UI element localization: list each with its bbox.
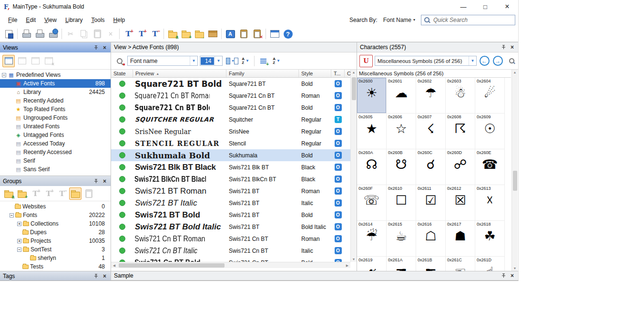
character-cell[interactable]: 0x261C☜: [446, 257, 475, 271]
views-tree-item[interactable]: ▤Sans Serif: [0, 165, 111, 174]
save-font-icon[interactable]: [2, 28, 15, 40]
previous-block-button[interactable]: ←: [478, 55, 491, 67]
views-tree-item[interactable]: ▤Accessed Today: [0, 139, 111, 148]
new-view-icon[interactable]: [2, 55, 15, 67]
menu-item-tools[interactable]: Tools: [87, 15, 109, 25]
menu-item-library[interactable]: Library: [61, 15, 87, 25]
minimize-button[interactable]: —: [452, 0, 474, 13]
character-map-icon[interactable]: [268, 28, 281, 40]
sort-ascending-icon[interactable]: [239, 55, 252, 67]
scroll-down-icon[interactable]: ▼: [351, 258, 357, 261]
character-cell[interactable]: 0x2616☖: [416, 221, 446, 257]
character-cell[interactable]: 0x2619☙: [357, 257, 387, 271]
views-tree-item[interactable]: ▤Serif: [0, 156, 111, 165]
tree-expander-icon[interactable]: +: [17, 222, 21, 226]
font-row[interactable]: Square721 Cn BT BoldSquare721 Cn BTBoldO: [111, 102, 350, 114]
views-panel-header[interactable]: Views ×: [0, 42, 111, 52]
column-header-t[interactable]: T...: [331, 70, 345, 77]
column-header-family[interactable]: Family: [226, 70, 299, 77]
new-subgroup-icon[interactable]: +: [16, 187, 28, 200]
help-icon[interactable]: ?: [282, 28, 294, 40]
character-cell[interactable]: 0x261A☚: [387, 257, 416, 271]
quick-search-input[interactable]: [432, 16, 515, 24]
font-row[interactable]: Swis721 Cn BT RomanSwis721 Cn BTRomanO: [111, 233, 350, 245]
unload-font-icon[interactable]: T−: [149, 28, 161, 40]
font-row[interactable]: Sukhumala BoldSukhumalaBoldO: [111, 149, 350, 161]
groups-tree-item[interactable]: Dupes28: [0, 228, 111, 237]
charset-combo[interactable]: Miscellaneous Symbols (256 of 256) ▼: [375, 56, 477, 66]
views-tree-item[interactable]: ⌂Library24425: [0, 88, 111, 96]
print-preview-icon[interactable]: [20, 28, 32, 40]
font-size-combo[interactable]: 14 ▼: [200, 56, 223, 66]
views-tree-item[interactable]: ◈Untagged Fonts: [0, 131, 111, 139]
pin-icon[interactable]: [92, 44, 100, 51]
font-row[interactable]: SrisNee RegularSrisNeeRegularO: [111, 125, 350, 137]
scrollbar-thumb[interactable]: [352, 77, 356, 100]
fontlist-vertical-scrollbar[interactable]: ▲ ▼: [350, 70, 357, 262]
groups-panel-header[interactable]: Groups ×: [0, 176, 111, 186]
views-tree-item[interactable]: ▤Recently Added: [0, 96, 111, 105]
print-icon[interactable]: [33, 28, 46, 40]
package-icon[interactable]: [206, 28, 219, 40]
character-cell[interactable]: 0x2613☓: [475, 185, 505, 221]
font-row[interactable]: Swis721 BT BoldSwis721 BTBoldO: [111, 209, 350, 221]
close-button[interactable]: ×: [496, 0, 518, 13]
character-cell[interactable]: 0x2605★: [357, 114, 387, 149]
tree-expander-icon[interactable]: −: [10, 213, 14, 217]
tree-expander-icon[interactable]: +: [17, 239, 21, 243]
character-cell[interactable]: 0x2617☗: [446, 221, 475, 257]
maximize-button[interactable]: □: [474, 0, 496, 13]
views-tree-item[interactable]: ▤Ungrouped Fonts: [0, 114, 111, 122]
views-tree-item[interactable]: ▣Active Fonts898: [0, 79, 111, 88]
character-cell[interactable]: 0x2601☁: [387, 78, 416, 114]
character-cell[interactable]: 0x2600☀: [357, 78, 387, 114]
groups-tree-item[interactable]: −SortTest3: [0, 245, 111, 254]
pin-icon[interactable]: [500, 44, 507, 51]
character-cell[interactable]: 0x2602☂: [416, 78, 446, 114]
column-header-state[interactable]: State: [111, 70, 133, 77]
new-group-icon[interactable]: a: [166, 28, 179, 40]
print-web-icon[interactable]: [47, 28, 59, 40]
search-by-dropdown[interactable]: Font Name ▾: [381, 16, 417, 24]
zoom-characters-icon[interactable]: [505, 55, 518, 67]
close-panel-icon[interactable]: ×: [509, 272, 516, 279]
font-row[interactable]: Square721 BT BoldSquare721 BTBoldO: [111, 78, 350, 90]
add-group-icon[interactable]: a: [2, 187, 15, 200]
scrollbar-thumb[interactable]: [513, 171, 517, 191]
close-panel-icon[interactable]: ×: [101, 44, 108, 51]
character-cell[interactable]: 0x2603☃: [446, 78, 475, 114]
groups-tree-item[interactable]: +Projects10035: [0, 237, 111, 245]
groups-tree-item[interactable]: sherlyn1: [0, 254, 111, 262]
font-row[interactable]: Stencil RegularStencilRegularO: [111, 137, 350, 149]
pin-icon[interactable]: [92, 177, 100, 185]
views-tree-item[interactable]: ★Top Rated Fonts: [0, 105, 111, 114]
font-row[interactable]: Swis721 BT Bold ItalicSwis721 BTBold Ita…: [111, 221, 350, 233]
scroll-right-icon[interactable]: ▶: [344, 262, 350, 268]
menu-item-edit[interactable]: Edit: [21, 15, 40, 25]
menu-item-view[interactable]: View: [40, 15, 61, 25]
scroll-left-icon[interactable]: ◀: [111, 262, 117, 268]
font-row[interactable]: Swis721 BT ItalicSwis721 BTItalicO: [111, 197, 350, 209]
character-cell[interactable]: 0x2606☆: [387, 114, 416, 149]
scroll-up-icon[interactable]: ▲: [351, 71, 357, 74]
copy-font-info-icon[interactable]: [237, 28, 250, 40]
load-font-icon[interactable]: T+: [135, 28, 148, 40]
character-cell[interactable]: 0x2614☔: [357, 221, 387, 257]
column-header-preview[interactable]: Preview▲: [133, 70, 226, 77]
next-block-button[interactable]: →: [491, 55, 504, 67]
tags-panel-header[interactable]: Tags ×: [0, 271, 111, 280]
views-tree-item[interactable]: −▦Predefined Views: [0, 71, 111, 79]
export-group-icon[interactable]: →: [193, 28, 205, 40]
font-row[interactable]: Swis721 Cn BT BoldSwis721 Cn BTBoldO: [111, 257, 350, 262]
auto-show-group-icon[interactable]: [69, 187, 82, 200]
character-cell[interactable]: 0x260C☌: [416, 149, 446, 185]
character-cell[interactable]: 0x260D☍: [446, 149, 475, 185]
paste-special-icon[interactable]: ×: [251, 28, 263, 40]
view-layout-icon[interactable]: ▾: [226, 55, 238, 67]
characters-vertical-scrollbar[interactable]: ▲ ▼: [511, 70, 518, 271]
close-panel-icon[interactable]: ×: [101, 177, 108, 185]
close-panel-icon[interactable]: ×: [101, 272, 108, 279]
sample-text-icon[interactable]: +: [257, 55, 269, 67]
character-cell[interactable]: 0x261B☛: [416, 257, 446, 271]
preview-search-icon[interactable]: ●: [113, 55, 126, 67]
